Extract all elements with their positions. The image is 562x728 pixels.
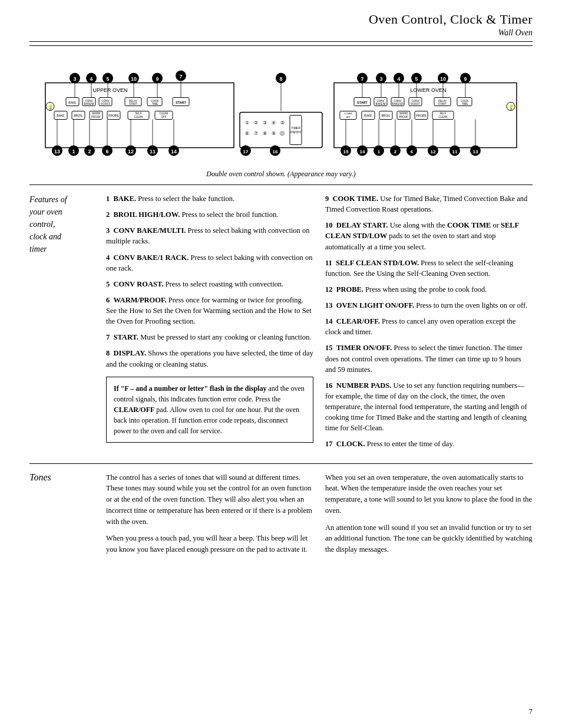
feature-item-9: 9 COOK TIME. Use for Timed Bake, Timed C… bbox=[325, 193, 533, 215]
svg-text:13: 13 bbox=[54, 149, 60, 154]
svg-text:5: 5 bbox=[106, 76, 109, 82]
svg-text:⑦: ⑦ bbox=[254, 131, 258, 136]
diagram-caption: Double oven control shown. (Appearance m… bbox=[29, 170, 533, 179]
svg-text:3: 3 bbox=[73, 76, 76, 82]
svg-text:CLEAR: CLEAR bbox=[344, 112, 352, 115]
svg-text:START: START bbox=[438, 103, 447, 106]
svg-text:2: 2 bbox=[88, 149, 91, 154]
svg-text:12: 12 bbox=[431, 149, 436, 154]
feature-item-6: 6 WARM/PROOF. Press once for warming or … bbox=[106, 295, 313, 327]
svg-text:6: 6 bbox=[105, 149, 108, 154]
svg-text:TIMER: TIMER bbox=[291, 126, 300, 130]
svg-text:PROOF: PROOF bbox=[91, 116, 101, 118]
svg-text:13: 13 bbox=[473, 149, 478, 154]
feature-item-13: 13 OVEN LIGHT ON/OFF. Press to turn the … bbox=[325, 300, 533, 311]
feature-item-12: 12 PROBE. Press when using the probe to … bbox=[325, 284, 533, 295]
feature-item-14: 14 CLEAR/OFF. Press to cancel any oven o… bbox=[325, 316, 533, 337]
svg-text:17: 17 bbox=[243, 149, 249, 154]
svg-text:11: 11 bbox=[150, 149, 156, 154]
diagram-section: UPPER OVEN 3 4 5 10 9 7 bbox=[29, 52, 533, 185]
svg-text:WARM: WARM bbox=[399, 112, 408, 115]
svg-text:8: 8 bbox=[279, 76, 282, 82]
svg-text:PROBE: PROBE bbox=[416, 114, 427, 117]
tones-para-2: When you press a touch pad, you will hea… bbox=[106, 533, 313, 555]
main-content: Features of your oven control, clock and… bbox=[29, 193, 533, 464]
svg-text:CLEAN: CLEAN bbox=[438, 116, 447, 118]
svg-text:ROAST: ROAST bbox=[101, 103, 110, 106]
svg-text:PROOF: PROOF bbox=[399, 116, 408, 118]
svg-text:START: START bbox=[129, 103, 138, 106]
svg-text:BROIL: BROIL bbox=[381, 114, 390, 117]
svg-text:ROAST: ROAST bbox=[411, 103, 420, 106]
svg-text:BAKE: BAKE bbox=[57, 114, 65, 117]
svg-text:14: 14 bbox=[171, 149, 177, 154]
features-area: 1 BAKE. Press to select the bake functio… bbox=[106, 193, 533, 455]
svg-text:⑥: ⑥ bbox=[245, 131, 249, 136]
svg-text:12: 12 bbox=[128, 149, 134, 154]
svg-text:ON/OFF: ON/OFF bbox=[290, 130, 302, 134]
page: Oven Control, Clock & Timer Wall Oven UP… bbox=[0, 0, 562, 728]
svg-text:3: 3 bbox=[379, 76, 382, 82]
svg-text:UPPER OVEN: UPPER OVEN bbox=[92, 87, 127, 93]
svg-text:TIME: TIME bbox=[462, 103, 468, 106]
svg-text:4: 4 bbox=[397, 76, 400, 82]
feature-item-4: 4 CONV BAKE/1 RACK. Press to select baki… bbox=[106, 252, 313, 274]
svg-text:START: START bbox=[357, 101, 368, 104]
svg-text:BROIL: BROIL bbox=[74, 114, 82, 117]
svg-text:1: 1 bbox=[378, 149, 381, 154]
svg-text:BAKE/M: BAKE/M bbox=[375, 103, 385, 106]
svg-text:WARM: WARM bbox=[92, 112, 100, 115]
feature-item-10: 10 DELAY START. Use along with the COOK … bbox=[325, 220, 533, 252]
svg-text:5: 5 bbox=[415, 76, 418, 82]
feature-item-8: 8 DISPLAY. Shows the operations you have… bbox=[106, 348, 313, 369]
feature-item-7: 7 START. Must be pressed to start any co… bbox=[106, 332, 313, 342]
svg-text:7: 7 bbox=[179, 74, 182, 80]
top-rule bbox=[29, 45, 533, 46]
features-right-column: 9 COOK TIME. Use for Timed Bake, Timed C… bbox=[325, 193, 533, 455]
svg-text:16: 16 bbox=[273, 149, 278, 154]
svg-text:START: START bbox=[176, 101, 187, 104]
svg-text:CLEAR: CLEAR bbox=[159, 112, 168, 115]
feature-item-15: 15 TIMER ON/OFF. Press to select the tim… bbox=[325, 342, 533, 374]
svg-text:⑨: ⑨ bbox=[272, 131, 276, 136]
svg-text:TIME: TIME bbox=[152, 103, 158, 106]
tones-para-4: An attention tone will sound if you set … bbox=[325, 522, 533, 555]
features-left-column: 1 BAKE. Press to select the bake functio… bbox=[106, 193, 313, 455]
error-box-text: If "F – and a number or letter" flash in… bbox=[114, 383, 306, 436]
svg-text:BAKE/M: BAKE/M bbox=[84, 103, 94, 106]
svg-text:⓪: ⓪ bbox=[280, 131, 285, 136]
tones-para-1: The control has a series of tones that w… bbox=[106, 472, 313, 528]
features-sidebar-label: Features of your oven control, clock and… bbox=[29, 193, 106, 455]
svg-text:6: 6 bbox=[411, 149, 414, 154]
tones-right-column: When you set an oven temperature, the ov… bbox=[325, 472, 533, 561]
diagram-container: UPPER OVEN 3 4 5 10 9 7 bbox=[29, 52, 533, 167]
oven-diagram-svg: UPPER OVEN 3 4 5 10 9 7 bbox=[39, 58, 523, 164]
feature-item-16: 16 NUMBER PADS. Use to set any function … bbox=[325, 380, 533, 434]
svg-text:2: 2 bbox=[394, 149, 397, 154]
page-subtitle: Wall Oven bbox=[29, 28, 533, 38]
svg-text:💡: 💡 bbox=[508, 104, 515, 111]
svg-text:10: 10 bbox=[131, 76, 137, 82]
tones-left-column: The control has a series of tones that w… bbox=[106, 472, 313, 561]
tones-content: The control has a series of tones that w… bbox=[106, 472, 533, 561]
feature-item-17: 17 CLOCK. Press to enter the time of day… bbox=[325, 439, 533, 449]
svg-rect-74 bbox=[240, 113, 322, 148]
svg-text:1: 1 bbox=[72, 149, 75, 154]
feature-item-1: 1 BAKE. Press to select the bake functio… bbox=[106, 193, 313, 204]
feature-item-3: 3 CONV BAKE/MULTI. Press to select bakin… bbox=[106, 225, 313, 246]
svg-text:③: ③ bbox=[263, 120, 267, 126]
svg-text:CLEAN: CLEAN bbox=[134, 116, 143, 118]
svg-text:SELF: SELF bbox=[439, 112, 447, 115]
svg-text:⑤: ⑤ bbox=[280, 120, 285, 126]
svg-text:BAKE: BAKE bbox=[364, 114, 372, 117]
svg-text:14: 14 bbox=[360, 149, 365, 154]
tones-para-3: When you set an oven temperature, the ov… bbox=[325, 472, 533, 516]
page-title: Oven Control, Clock & Timer bbox=[29, 12, 533, 27]
svg-text:PROBE: PROBE bbox=[108, 114, 119, 117]
svg-text:15: 15 bbox=[343, 149, 349, 154]
svg-text:11: 11 bbox=[452, 149, 458, 154]
svg-text:①: ① bbox=[245, 120, 249, 126]
svg-text:9: 9 bbox=[156, 76, 158, 82]
svg-text:4: 4 bbox=[90, 76, 92, 82]
svg-text:10: 10 bbox=[440, 76, 446, 82]
